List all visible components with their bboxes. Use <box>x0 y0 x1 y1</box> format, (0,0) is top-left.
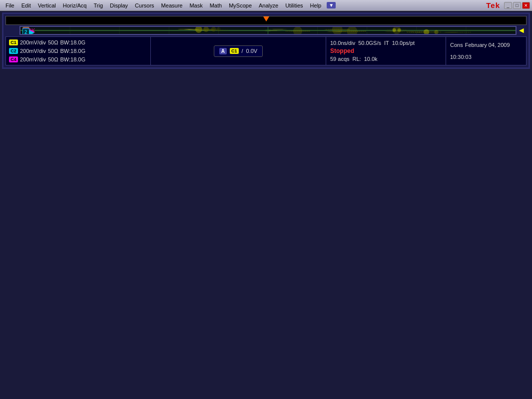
svg-point-33 <box>211 27 216 31</box>
ch2-right-arrow-icon: ▶ <box>29 28 34 35</box>
menu-horizacq[interactable]: Horiz/Acq <box>59 1 90 9</box>
menu-vertical[interactable]: Vertical <box>34 1 59 9</box>
left-indicators <box>5 26 19 35</box>
stopped-status: Stopped <box>330 47 354 54</box>
timebase-row: 10.0ns/div 50.0GS/s IT 10.0ps/pt <box>330 40 442 46</box>
acq-time: 10:30:03 <box>450 54 472 60</box>
ch1-volts: 200mV/div <box>20 39 46 45</box>
svg-point-32 <box>203 27 209 32</box>
time-ruler <box>5 16 527 25</box>
time-row-acq: 10:30:03 <box>450 54 522 60</box>
status-bar: C1 200mV/div 50Ω BW:18.0G C2 200mV/div 5… <box>5 36 527 65</box>
menu-utilities[interactable]: Utilities <box>282 1 306 9</box>
trigger-level: 0.0V <box>246 48 258 54</box>
menu-measure[interactable]: Measure <box>158 1 186 9</box>
svg-point-69 <box>424 29 429 34</box>
svg-point-46 <box>332 27 343 34</box>
svg-point-58 <box>347 27 357 34</box>
menu-myscope[interactable]: MyScope <box>225 1 255 9</box>
trigger-info: A C1 / 0.0V <box>151 37 326 65</box>
maximize-button[interactable]: □ <box>513 2 521 9</box>
waveform-display <box>20 27 516 34</box>
ch2-arrow[interactable]: 2 ▶ <box>22 28 34 35</box>
menu-display[interactable]: Display <box>106 1 131 9</box>
menu-help[interactable]: Help <box>307 1 325 9</box>
tek-logo: Tek <box>486 1 500 9</box>
main-display: CK 1 ▶ 3 ▶ 2 ▶ <box>19 26 517 35</box>
acqs-row: 59 acqs RL: 10.0k <box>330 56 442 62</box>
acq-mode: IT <box>384 40 389 46</box>
svg-point-49 <box>393 28 396 32</box>
ch3-badge[interactable]: C4 <box>9 56 18 62</box>
ch3-ohms: 50Ω <box>48 56 58 62</box>
ch3-row: C4 200mV/div 50Ω BW:18.0G <box>9 56 147 62</box>
ch2-ohms: 50Ω <box>48 48 58 54</box>
svg-point-50 <box>398 28 401 32</box>
ch2-badge[interactable]: C2 <box>9 48 18 54</box>
menu-file[interactable]: File <box>2 1 18 9</box>
acqs-count: 59 acqs <box>330 56 350 62</box>
ch1-bw: BW:18.0G <box>60 39 85 45</box>
trigger-slope-icon: / <box>242 48 243 54</box>
trigger-marker <box>263 16 269 21</box>
ch1-row: C1 200mV/div 50Ω BW:18.0G <box>9 39 147 45</box>
menu-math[interactable]: Math <box>206 1 225 9</box>
close-button[interactable]: ✕ <box>522 2 530 9</box>
sample-rate: 50.0GS/s <box>358 40 381 46</box>
ch2-number: 2 <box>22 28 29 35</box>
cons-label: Cons <box>450 42 463 48</box>
ch3-volts: 200mV/div <box>20 56 46 62</box>
ch2-bw: BW:18.0G <box>60 48 85 54</box>
ch2-volts: 200mV/div <box>20 48 46 54</box>
menu-analyze[interactable]: Analyze <box>255 1 282 9</box>
resolution: 10.0ps/pt <box>392 40 415 46</box>
minimize-button[interactable]: _ <box>504 2 512 9</box>
menu-dropdown[interactable]: ▼ <box>327 2 336 8</box>
menu-cursors[interactable]: Cursors <box>131 1 158 9</box>
ch1-ohms: 50Ω <box>48 39 58 45</box>
menu-mask[interactable]: Mask <box>186 1 206 9</box>
ch2-row: C2 200mV/div 50Ω BW:18.0G <box>9 48 147 54</box>
rl-label: RL: <box>353 56 361 62</box>
svg-point-34 <box>216 27 220 31</box>
right-arrow-icon: ◄ <box>518 26 526 35</box>
time-div: 10.0ns/div <box>330 40 355 46</box>
acquisition-info: Cons February 04, 2009 10:30:03 <box>446 37 526 65</box>
channel-info: C1 200mV/div 50Ω BW:18.0G C2 200mV/div 5… <box>6 37 151 65</box>
oscilloscope-frame: CK 1 ▶ 3 ▶ 2 ▶ ◄ C1 200mV/div <box>2 12 530 69</box>
stopped-row: Stopped <box>330 47 442 54</box>
menu-bar: File Edit Vertical Horiz/Acq Trig Displa… <box>0 0 532 11</box>
menu-edit[interactable]: Edit <box>18 1 34 9</box>
time-info: 10.0ns/div 50.0GS/s IT 10.0ps/pt Stopped… <box>326 37 446 65</box>
menu-trig[interactable]: Trig <box>90 1 106 9</box>
rl-value: 10.0k <box>364 56 378 62</box>
right-arrow[interactable]: ◄ <box>517 26 527 35</box>
acq-date: February 04, 2009 <box>465 42 510 48</box>
ch1-badge[interactable]: C1 <box>9 39 18 45</box>
waveform-container: CK 1 ▶ 3 ▶ 2 ▶ ◄ <box>5 26 527 35</box>
trigger-a-badge: A <box>219 48 227 54</box>
trigger-ch-badge: C1 <box>230 48 239 54</box>
ch3-bw: BW:18.0G <box>60 56 85 62</box>
trigger-box[interactable]: A C1 / 0.0V <box>214 45 263 57</box>
svg-point-55 <box>293 27 302 34</box>
cons-row: Cons February 04, 2009 <box>450 42 522 48</box>
